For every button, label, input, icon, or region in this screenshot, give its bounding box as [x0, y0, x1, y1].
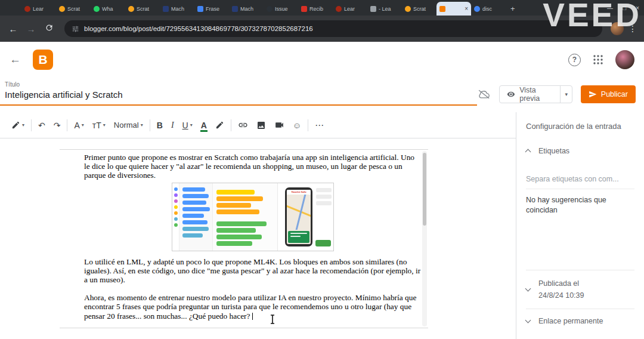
tab-title: Mach: [240, 6, 261, 12]
redo-button[interactable]: ↷: [54, 121, 61, 130]
browser-tab-scratch[interactable]: Scrat: [56, 2, 91, 16]
more-options-button[interactable]: ⋯: [315, 120, 324, 131]
apps-grid-button[interactable]: [593, 54, 603, 65]
post-body-editor[interactable]: Primer punto que propone es mostrar en S…: [60, 150, 428, 320]
browser-tab-scratch2[interactable]: Scrat: [125, 2, 160, 16]
category-dot: [174, 211, 178, 215]
underline-button[interactable]: U▾: [182, 121, 193, 130]
permalink-section-toggle[interactable]: Enlace permanente: [526, 309, 634, 333]
editor-scrollbar-thumb[interactable]: [423, 153, 426, 226]
map-graphic: [287, 195, 311, 230]
main-row: ▾ ↶ ↷ A▾ ᴛT▾ Normal▾ B I U▾: [0, 112, 644, 339]
permalink-label: Enlace permanente: [538, 317, 603, 325]
title-actions: Vista previa ▾ Publicar: [477, 78, 644, 103]
account-avatar[interactable]: [615, 50, 634, 69]
post-image-scratch-screenshot[interactable]: Tourist Info: [172, 183, 334, 251]
insert-emoji-button[interactable]: ☺: [293, 121, 301, 130]
browser-tab-ml4k[interactable]: Mach: [160, 2, 194, 16]
bold-button[interactable]: B: [157, 121, 163, 130]
preview-dropdown-button[interactable]: ▾: [560, 86, 571, 103]
caret-down-icon: ▾: [103, 122, 106, 128]
editor-paragraph[interactable]: Lo utilicé en LML, y adapté un poco lo q…: [84, 257, 422, 285]
compose-mode-button[interactable]: ▾: [11, 121, 24, 130]
undo-button[interactable]: ↶: [38, 121, 45, 130]
category-dot: [174, 193, 178, 197]
image-icon: [256, 121, 266, 130]
editor-paragraph[interactable]: Primer punto que propone es mostrar en S…: [84, 153, 422, 180]
post-body-frame[interactable]: Primer punto que propone es mostrar en S…: [60, 149, 428, 328]
browser-tab-frases[interactable]: Frase: [194, 2, 229, 16]
address-bar[interactable]: blogger.com/blog/post/edit/7295563413084…: [64, 20, 602, 37]
tab-close-icon[interactable]: ×: [465, 6, 468, 12]
minimize-icon[interactable]: —: [607, 5, 613, 11]
browser-tab-learningml2[interactable]: Lear: [333, 2, 367, 16]
title-row: Título Inteligencia artificial y Scratch…: [0, 78, 644, 112]
help-button[interactable]: ?: [568, 54, 581, 66]
underline-glyph: U: [182, 121, 188, 130]
recommendation-card: [288, 231, 309, 243]
new-tab-button[interactable]: +: [510, 4, 515, 13]
browser-tab-scratch3[interactable]: Scrat: [402, 2, 436, 16]
url-text: blogger.com/blog/post/edit/7295563413084…: [84, 25, 313, 32]
editor-scrollbar[interactable]: [422, 151, 427, 326]
preview-button[interactable]: Vista previa: [500, 86, 560, 103]
labels-input[interactable]: Separa etiquetas con com...: [526, 175, 634, 189]
close-window-icon[interactable]: ×: [636, 5, 639, 11]
browser-tab-inbox[interactable]: Recib: [298, 2, 333, 16]
browser-menu-icon[interactable]: ⋮: [627, 24, 638, 33]
forward-button[interactable]: →: [24, 24, 38, 34]
italic-button[interactable]: I: [171, 121, 174, 130]
insert-image-button[interactable]: [256, 121, 266, 130]
published-label: Publicada el: [538, 279, 579, 288]
browser-tab-blogger-active[interactable]: ×: [436, 2, 471, 16]
maximize-icon[interactable]: □: [623, 5, 626, 11]
post-settings-sidebar: Configuración de la entrada Etiquetas Se…: [516, 112, 644, 339]
insert-link-button[interactable]: [238, 120, 248, 130]
paragraph-style-dropdown[interactable]: Normal▾: [114, 121, 143, 130]
browser-tab-whatsapp[interactable]: Wha: [91, 2, 125, 16]
tab-title: Scrat: [137, 6, 157, 12]
category-dot: [174, 187, 178, 191]
title-field-value[interactable]: Inteligencia artificial y Scratch: [5, 88, 477, 104]
published-date: 24/8/24 10:39: [538, 291, 584, 300]
tab-title: Frase: [206, 6, 226, 12]
editor-paragraph[interactable]: Ahora, es momento de entrenar nuestro mo…: [84, 293, 422, 320]
post-title-input[interactable]: Título Inteligencia artificial y Scratch: [0, 78, 477, 106]
highlight-color-button[interactable]: [215, 121, 224, 130]
back-button[interactable]: ←: [6, 24, 20, 34]
labels-section-label: Etiquetas: [538, 147, 569, 155]
blogger-logo[interactable]: B: [33, 50, 53, 70]
editor-paragraph-text: Ahora, es momento de entrenar nuestro mo…: [84, 293, 416, 320]
text-cursor: [252, 313, 253, 320]
browser-tab-learningml[interactable]: Lear: [21, 2, 56, 16]
scratch-favicon-icon: [405, 6, 411, 12]
category-dot: [174, 199, 178, 203]
sidebar-heading: Configuración de la entrada: [526, 122, 634, 131]
phone-mockup: Tourist Info: [285, 187, 312, 246]
browser-tab-google[interactable]: disc: [471, 2, 506, 16]
video-icon: [274, 120, 284, 130]
text-color-button[interactable]: A: [201, 121, 207, 130]
font-size-button[interactable]: ᴛT▾: [92, 121, 106, 130]
labels-section-toggle[interactable]: Etiquetas: [526, 147, 634, 155]
sprite-panel: [316, 188, 332, 205]
scratch-favicon-icon: [128, 6, 134, 12]
ml4k-favicon-icon: [232, 6, 238, 12]
published-section-toggle[interactable]: Publicada el 24/8/24 10:39: [526, 270, 634, 309]
browser-tab-issues[interactable]: Issue: [264, 2, 298, 16]
editor-pane: ▾ ↶ ↷ A▾ ᴛT▾ Normal▾ B I U▾: [0, 112, 516, 339]
phone-screen: Tourist Info: [287, 190, 311, 244]
tab-title: Mach: [171, 6, 191, 12]
blogger-back-button[interactable]: ←: [10, 53, 21, 66]
publish-label: Publicar: [601, 90, 628, 98]
publish-button[interactable]: Publicar: [581, 85, 636, 103]
mail-favicon-icon: [301, 6, 307, 12]
reload-button[interactable]: [42, 23, 56, 34]
browser-profile-avatar[interactable]: [611, 22, 624, 35]
browser-tab-lea[interactable]: - Lea: [367, 2, 402, 16]
site-info-tune-icon[interactable]: [72, 25, 79, 33]
send-icon: [589, 90, 597, 98]
insert-video-button[interactable]: [274, 120, 284, 130]
font-family-button[interactable]: A▾: [74, 121, 83, 130]
browser-tab-ml4k2[interactable]: Mach: [229, 2, 264, 16]
